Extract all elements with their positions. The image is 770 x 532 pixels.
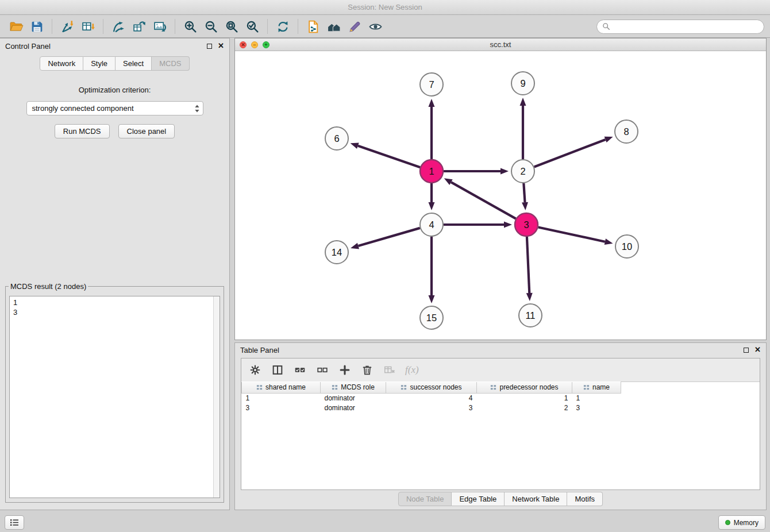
- graph-node-7[interactable]: 7: [420, 73, 443, 96]
- mcds-result-title: MCDS result (2 nodes): [9, 282, 88, 291]
- column-header-predecessor-nodes[interactable]: predecessor nodes: [477, 382, 572, 394]
- close-panel-button[interactable]: Close panel: [118, 124, 175, 138]
- table-header-row: shared name MCDS role successor nodes pr…: [242, 382, 760, 394]
- graph-edge-3-1[interactable]: [451, 182, 516, 219]
- control-panel: Control Panel ✕ Network Style Select MCD…: [0, 38, 230, 510]
- column-header-successor-nodes[interactable]: successor nodes: [386, 382, 477, 394]
- graph-node-4[interactable]: 4: [420, 213, 443, 236]
- graph-node-8[interactable]: 8: [615, 120, 638, 143]
- tab-mcds[interactable]: MCDS: [152, 56, 189, 71]
- memory-button[interactable]: Memory: [718, 515, 765, 530]
- result-scrollbar[interactable]: [213, 296, 220, 498]
- tab-node-table[interactable]: Node Table: [398, 492, 452, 506]
- show-columns-button[interactable]: [271, 363, 284, 377]
- arrowhead-icon: [429, 202, 435, 210]
- mcds-result-line: 1: [13, 298, 216, 307]
- pen-icon: [348, 20, 362, 34]
- search-box: [596, 20, 764, 34]
- svg-text:6: 6: [334, 133, 339, 144]
- save-session-button[interactable]: [26, 17, 47, 36]
- new-network-button[interactable]: [108, 17, 129, 36]
- table-panel-tabs: Node Table Edge Table Network Table Moti…: [235, 492, 766, 506]
- zoom-out-button[interactable]: [201, 17, 221, 36]
- table-row[interactable]: 1 dominator 4 1 1: [242, 394, 760, 403]
- tab-select[interactable]: Select: [116, 56, 152, 71]
- graph-node-3[interactable]: 3: [515, 213, 538, 236]
- graph-node-11[interactable]: 11: [519, 304, 542, 327]
- delete-table-icon: [383, 364, 396, 376]
- graph-node-14[interactable]: 14: [325, 241, 348, 264]
- zoom-selected-button[interactable]: [242, 17, 263, 36]
- search-icon: [602, 22, 610, 30]
- graph-node-15[interactable]: 15: [420, 306, 443, 329]
- graph-edge-4-14[interactable]: [358, 228, 419, 246]
- toolbar-separator: [103, 19, 103, 34]
- open-session-button[interactable]: [6, 17, 26, 36]
- toolbar-separator: [267, 19, 268, 34]
- zoom-window-icon[interactable]: +: [263, 41, 270, 48]
- column-header-name[interactable]: name: [572, 382, 621, 394]
- create-column-button[interactable]: [338, 363, 352, 377]
- graph-node-6[interactable]: 6: [325, 127, 348, 150]
- column-header-shared-name[interactable]: shared name: [242, 382, 321, 394]
- run-mcds-button[interactable]: Run MCDS: [55, 124, 110, 138]
- import-network-button[interactable]: [57, 17, 78, 36]
- minimize-window-icon[interactable]: −: [251, 41, 258, 48]
- optimization-criterion-select[interactable]: strongly connected component: [26, 101, 203, 115]
- apply-layout-button[interactable]: [272, 17, 293, 36]
- toolbar-separator: [175, 19, 175, 34]
- open-panel-button[interactable]: [303, 17, 324, 36]
- network-window-titlebar[interactable]: ✕ − + scc.txt: [235, 38, 766, 51]
- main-toolbar: [0, 16, 770, 38]
- graph-edge-3-11[interactable]: [527, 237, 529, 293]
- graph-node-2[interactable]: 2: [511, 160, 534, 183]
- import-table-button[interactable]: [78, 17, 98, 36]
- control-panel-header: Control Panel ✕: [0, 38, 229, 53]
- zoom-fit-button[interactable]: [221, 17, 242, 36]
- graph-node-10[interactable]: 10: [615, 235, 638, 258]
- zoom-in-button[interactable]: [180, 17, 201, 36]
- tab-motifs[interactable]: Motifs: [567, 492, 603, 506]
- mcds-result-list[interactable]: 1 3: [9, 296, 220, 498]
- graph-node-9[interactable]: 9: [511, 72, 534, 95]
- control-panel-title: Control Panel: [5, 42, 51, 51]
- mcds-buttons: Run MCDS Close panel: [0, 124, 229, 138]
- column-header-filler: [621, 382, 760, 394]
- deselect-all-columns-button[interactable]: [315, 363, 329, 377]
- tab-network-table[interactable]: Network Table: [505, 492, 567, 506]
- table-panel-title: Table Panel: [240, 346, 279, 354]
- svg-text:7: 7: [429, 79, 434, 90]
- table-settings-button[interactable]: [248, 363, 262, 377]
- float-panel-icon[interactable]: [207, 44, 212, 49]
- graph-edge-2-3[interactable]: [523, 183, 525, 202]
- float-table-panel-icon[interactable]: [744, 348, 749, 353]
- show-panels-button[interactable]: [5, 515, 24, 530]
- column-header-mcds-role[interactable]: MCDS role: [321, 382, 386, 394]
- graph-node-1[interactable]: 1: [420, 160, 443, 183]
- graph-edge-3-10[interactable]: [538, 227, 605, 241]
- export-image-button[interactable]: [149, 17, 170, 36]
- columns-icon: [271, 364, 284, 376]
- optimization-criterion-label: Optimization criterion:: [0, 86, 229, 94]
- graph-edge-1-6[interactable]: [358, 146, 420, 167]
- tab-edge-table[interactable]: Edge Table: [452, 492, 505, 506]
- graph-edge-2-8[interactable]: [534, 140, 606, 167]
- close-table-panel-icon[interactable]: ✕: [754, 346, 761, 353]
- save-floppy-icon: [30, 20, 44, 34]
- table-row[interactable]: 3 dominator 3 2 3: [242, 403, 760, 413]
- network-analyzer-button[interactable]: [324, 17, 344, 36]
- tab-style[interactable]: Style: [83, 56, 116, 71]
- delete-column-button[interactable]: [360, 363, 374, 377]
- tab-network[interactable]: Network: [40, 56, 83, 71]
- column-type-icon: [583, 384, 590, 391]
- clone-network-button[interactable]: [129, 17, 149, 36]
- close-window-icon[interactable]: ✕: [240, 41, 247, 48]
- svg-text:8: 8: [623, 126, 629, 137]
- network-graph[interactable]: 7968124314101511: [235, 51, 766, 340]
- annotation-button[interactable]: [344, 17, 365, 36]
- show-hide-graphics-button[interactable]: [365, 17, 386, 36]
- search-input[interactable]: [613, 22, 759, 31]
- select-all-columns-button[interactable]: [293, 363, 307, 377]
- clone-network-icon: [132, 20, 147, 34]
- close-panel-icon[interactable]: ✕: [218, 43, 224, 49]
